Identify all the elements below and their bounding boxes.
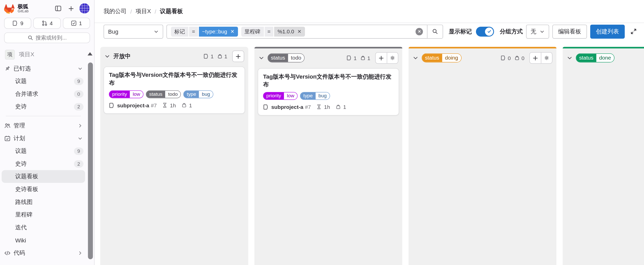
filter-token-key[interactable]: 标记 — [171, 26, 188, 36]
search-submit-button[interactable] — [427, 25, 443, 38]
show-labels-toggle[interactable] — [476, 26, 494, 36]
todo-check-icon — [71, 20, 77, 26]
label-scope: status — [422, 54, 442, 62]
filter-token-operator[interactable]: = — [189, 26, 198, 36]
chevron-right-icon — [78, 123, 82, 128]
add-issue-button[interactable] — [376, 53, 387, 63]
merge-request-icon — [41, 20, 48, 26]
list-scoped-label[interactable]: status todo — [268, 53, 305, 62]
issue-card[interactable]: Tag版本号与Version文件版本号不一致仍能进行发布 priority lo… — [104, 67, 245, 113]
scrollbar-up-arrow[interactable] — [88, 52, 92, 55]
scoped-label-type[interactable]: type bug — [300, 92, 330, 100]
list-header: status done — [563, 49, 644, 68]
issue-card[interactable]: Tag版本号与Version文件版本号不一致仍能进行发布 priority lo… — [258, 68, 399, 115]
sidebar-item-label: 已钉选 — [14, 65, 78, 72]
toggle-knob — [485, 27, 493, 35]
breadcrumb-project[interactable]: 项目X — [136, 8, 151, 15]
board-select-dropdown[interactable]: Bug — [104, 24, 163, 38]
create-list-button[interactable]: 创建列表 — [590, 24, 625, 38]
list-actions — [375, 52, 398, 64]
edit-board-button[interactable]: 编辑看板 — [552, 24, 587, 38]
sidebar-item-label: 史诗 — [15, 103, 74, 110]
remove-token-icon[interactable] — [230, 29, 235, 34]
filter-token-milestone: 里程碑 = %1.0.0 — [241, 26, 305, 36]
list-actions — [232, 51, 244, 62]
sidebar-panel-icon — [55, 5, 62, 12]
filter-token-value[interactable]: %1.0.0 — [274, 26, 305, 36]
filter-token-list: 标记 = ~type::bug 里程碑 = %1.0.0 — [167, 25, 416, 38]
filtered-search-input[interactable]: 标记 = ~type::bug 里程碑 = %1.0.0 — [166, 24, 443, 38]
remove-token-icon[interactable] — [297, 29, 302, 34]
breadcrumb-group[interactable]: 我的公司 — [104, 8, 127, 15]
filter-token-value[interactable]: ~type::bug — [199, 26, 238, 36]
main-content: 我的公司 / 项目X / 议题看板 Bug 标记 = ~type::b — [95, 0, 644, 265]
global-search-box[interactable]: 搜索或转到... — [4, 32, 90, 43]
sidebar-item-pinned-merge-requests[interactable]: 合并请求 0 — [2, 88, 85, 100]
issue-title: Tag版本号与Version文件版本号不一致仍能进行发布 — [109, 71, 240, 87]
scoped-label-priority[interactable]: priority low — [109, 90, 143, 98]
list-settings-button[interactable] — [541, 53, 552, 63]
scoped-label-type[interactable]: type bug — [183, 90, 213, 98]
clear-search-button[interactable] — [416, 28, 423, 35]
collapse-list-icon[interactable] — [567, 55, 572, 61]
list-weight-count: 1 — [360, 55, 370, 61]
issues-count-button[interactable]: 9 — [4, 18, 31, 29]
users-icon — [4, 122, 11, 129]
list-weight-count-value: 1 — [367, 55, 370, 61]
sidebar-item-issues[interactable]: 议题 9 — [2, 145, 85, 157]
close-icon — [417, 30, 421, 33]
filter-token-key[interactable]: 里程碑 — [241, 26, 264, 36]
breadcrumb: 我的公司 / 项目X / 议题看板 — [95, 0, 644, 23]
fullscreen-toggle-button[interactable] — [629, 27, 638, 36]
scoped-label-priority[interactable]: priority low — [263, 92, 297, 100]
issues-icon — [12, 20, 18, 26]
pin-icon — [4, 65, 11, 72]
list-scoped-label[interactable]: status doing — [422, 53, 461, 62]
time-estimate: 1h — [324, 104, 330, 110]
collapse-list-icon[interactable] — [258, 55, 264, 61]
user-avatar[interactable] — [79, 3, 90, 14]
filter-token-operator[interactable]: = — [265, 26, 274, 36]
sidebar-item-label: 管理 — [14, 122, 78, 129]
gitlab-tanuki-logo[interactable] — [4, 4, 15, 13]
collapse-list-icon[interactable] — [413, 55, 418, 61]
todos-count-button[interactable]: 1 — [63, 18, 90, 29]
sidebar-item-epics[interactable]: 史诗 2 — [2, 157, 85, 170]
sidebar-item-roadmap[interactable]: 路线图 — [2, 196, 85, 209]
project-context[interactable]: 项 项目X — [2, 47, 85, 62]
collapse-sidebar-button[interactable] — [54, 4, 63, 13]
create-new-button[interactable] — [67, 4, 75, 13]
list-scoped-label[interactable]: status done — [576, 53, 614, 62]
sidebar-item-label: 里程碑 — [15, 211, 85, 219]
sidebar-item-pinned-epics[interactable]: 史诗 2 — [2, 100, 85, 113]
list-settings-button[interactable] — [387, 53, 398, 63]
issues-icon — [109, 102, 115, 108]
add-issue-button[interactable] — [233, 51, 244, 62]
sidebar-item-pinned[interactable]: 已钉选 — [2, 62, 85, 75]
brand-text: 极狐 GitLab — [18, 4, 29, 13]
list-actions — [529, 52, 553, 64]
merge-requests-count-button[interactable]: 4 — [33, 18, 61, 29]
sidebar-item-plan[interactable]: 计划 — [2, 132, 85, 145]
issue-card-footer: subproject-a #7 1h 1 — [109, 102, 240, 108]
add-issue-button[interactable] — [530, 53, 541, 63]
scoped-label-status[interactable]: status todo — [146, 90, 181, 98]
collapse-list-icon[interactable] — [104, 53, 110, 59]
issue-labels: priority low status todo type bug — [109, 90, 240, 98]
sidebar-item-iterations[interactable]: 迭代 — [2, 221, 85, 234]
sidebar-item-code[interactable]: 代码 — [2, 247, 85, 259]
sidebar-item-epic-board[interactable]: 史诗看板 — [2, 183, 85, 196]
sidebar-scrollbar[interactable] — [88, 62, 93, 259]
sidebar-item-manage[interactable]: 管理 — [2, 119, 85, 132]
group-by-dropdown[interactable]: 无 — [526, 24, 549, 38]
todos-count: 1 — [79, 20, 82, 26]
label-scope: status — [576, 54, 596, 62]
sidebar-item-pinned-issues[interactable]: 议题 9 — [2, 75, 85, 88]
time-estimate: 1h — [170, 102, 176, 108]
plus-icon — [68, 5, 74, 12]
label-value: todo — [288, 54, 304, 62]
sidebar-item-issue-board[interactable]: 议题看板 — [2, 170, 85, 183]
sidebar-item-wiki[interactable]: Wiki — [2, 234, 85, 247]
sidebar-item-milestones[interactable]: 里程碑 — [2, 208, 85, 221]
sidebar-nav: 项 项目X 已钉选 议题 9 合并请求 0 — [0, 47, 94, 259]
